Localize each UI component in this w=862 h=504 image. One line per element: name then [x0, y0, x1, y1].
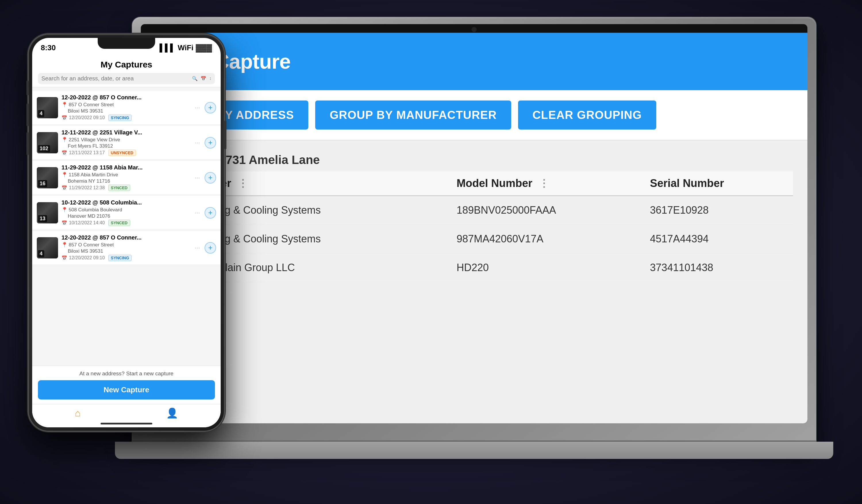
more-options-icon[interactable]: ···	[194, 174, 201, 182]
laptop-base	[115, 442, 833, 459]
capture-title: 11-29-2022 @ 1158 Abia Mar...	[62, 164, 190, 171]
capture-item-3[interactable]: 13 10-12-2022 @ 508 Columbia... 📍508 Col…	[32, 196, 221, 230]
capture-date: 12/20/2022 09:10	[69, 255, 105, 261]
calendar-icon[interactable]: 📅	[200, 76, 206, 81]
location-icon: 📍	[62, 207, 67, 213]
silent-switch[interactable]	[26, 80, 29, 95]
laptop-body: HomeCapture GROUP BY ADDRESS GROUP BY MA…	[132, 17, 816, 442]
calendar-icon: 📅	[62, 115, 67, 121]
phone-search-bar[interactable]: 🔍 📅 ↕	[38, 73, 215, 84]
table-row[interactable]: Bryant Heating & Cooling Systems 987MA42…	[155, 225, 793, 253]
more-options-icon[interactable]: ···	[194, 104, 201, 111]
data-table: Manufacturer ⋮ Model Number ⋮ Serial Num…	[155, 171, 793, 282]
calendar-icon: 📅	[62, 185, 67, 191]
volume-up-button[interactable]	[26, 103, 29, 127]
laptop-device: HomeCapture GROUP BY ADDRESS GROUP BY MA…	[132, 17, 822, 482]
more-options-icon[interactable]: ···	[194, 139, 201, 146]
home-icon: ⌂	[75, 408, 81, 419]
more-options-icon[interactable]: ···	[194, 244, 201, 252]
signal-icon: ▌▌▌	[159, 43, 175, 52]
phone-screen: 8:30 ▌▌▌ WiFi ▓▓▓ My Captures 🔍 📅	[32, 38, 221, 427]
location-icon: 📍	[62, 172, 67, 178]
add-capture-button[interactable]: +	[205, 102, 216, 114]
status-icons: ▌▌▌ WiFi ▓▓▓	[159, 43, 212, 52]
calendar-icon: 📅	[62, 150, 67, 156]
add-capture-button[interactable]: +	[205, 172, 216, 184]
capture-address-line1: 📍508 Columbia Boulevard	[62, 207, 190, 213]
calendar-icon: 📅	[62, 255, 67, 261]
laptop-screen-bezel: HomeCapture GROUP BY ADDRESS GROUP BY MA…	[141, 24, 807, 423]
capture-item-2[interactable]: 16 11-29-2022 @ 1158 Abia Mar... 📍1158 A…	[32, 161, 221, 195]
capture-address-line1: 📍857 O Conner Street	[62, 242, 190, 248]
capture-address-line1: 📍1158 Abia Martin Drive	[62, 172, 190, 178]
sync-badge: SYNCED	[108, 185, 130, 191]
location-icon: 📍	[62, 137, 67, 143]
more-options-icon[interactable]: ···	[194, 209, 201, 216]
capture-count: 4	[38, 110, 44, 117]
table-row[interactable]: The Chamberlain Group LLC HD220 37341101…	[155, 253, 793, 282]
power-button[interactable]	[224, 121, 226, 149]
capture-info: 11-29-2022 @ 1158 Abia Mar... 📍1158 Abia…	[62, 164, 190, 191]
search-icon[interactable]: 🔍	[192, 76, 198, 81]
capture-address-line1: 📍2251 Village View Drive	[62, 137, 190, 143]
tab-home[interactable]: ⌂	[75, 408, 81, 419]
capture-date: 12/20/2022 09:10	[69, 115, 105, 120]
sort-icon[interactable]: ↕	[209, 76, 211, 81]
capture-count: 102	[38, 145, 50, 152]
phone-app-title: My Captures	[38, 60, 215, 69]
new-address-prompt: At a new address? Start a new capture	[38, 370, 215, 377]
capture-address-line2: Bohemia NY 11716	[62, 178, 190, 184]
capture-date: 11/29/2022 12:38	[69, 185, 105, 190]
laptop-camera	[471, 27, 477, 32]
battery-icon: ▓▓▓	[196, 43, 212, 52]
capture-title: 12-20-2022 @ 857 O Conner...	[62, 234, 190, 241]
phone-device: 8:30 ▌▌▌ WiFi ▓▓▓ My Captures 🔍 📅	[29, 35, 224, 431]
group-by-manufacturer-button[interactable]: GROUP BY MANUFACTURER	[315, 101, 511, 130]
cell-serial-number: 37341101438	[643, 253, 793, 282]
laptop-app: HomeCapture GROUP BY ADDRESS GROUP BY MA…	[141, 33, 807, 423]
new-capture-button[interactable]: New Capture	[38, 380, 215, 399]
capture-item-0[interactable]: 4 12-20-2022 @ 857 O Conner... 📍857 O Co…	[32, 91, 221, 125]
capture-thumbnail: 4	[37, 97, 58, 118]
home-indicator	[101, 423, 152, 424]
capture-date: 10/12/2022 14:40	[69, 220, 105, 225]
capture-date-row: 📅 12/20/2022 09:10 SYNCING	[62, 255, 190, 261]
search-input[interactable]	[41, 75, 190, 82]
clear-grouping-button[interactable]: CLEAR GROUPING	[518, 101, 656, 130]
capture-address-line2: Fort Myers FL 33912	[62, 143, 190, 149]
capture-item-1[interactable]: 102 12-11-2022 @ 2251 Village V... 📍2251…	[32, 126, 221, 160]
cell-model-number: 189BNV025000FAAA	[450, 196, 643, 225]
cell-serial-number: 3617E10928	[643, 196, 793, 225]
add-capture-button[interactable]: +	[205, 207, 216, 218]
search-action-icons: 🔍 📅 ↕	[192, 76, 211, 81]
table-row[interactable]: Bryant Heating & Cooling Systems 189BNV0…	[155, 196, 793, 225]
cell-serial-number: 4517A44394	[643, 225, 793, 253]
phone-app: My Captures 🔍 📅 ↕ 4	[32, 55, 221, 427]
sync-badge: UNSYNCED	[108, 150, 136, 156]
laptop-toolbar: GROUP BY ADDRESS GROUP BY MANUFACTURER C…	[141, 90, 807, 141]
capture-info: 12-20-2022 @ 857 O Conner... 📍857 O Conn…	[62, 234, 190, 261]
capture-title: 10-12-2022 @ 508 Columbia...	[62, 199, 190, 206]
model-col-menu[interactable]: ⋮	[535, 177, 552, 189]
capture-count: 4	[38, 250, 44, 257]
cell-model-number: 987MA42060V17A	[450, 225, 643, 253]
capture-date-row: 📅 11/29/2022 12:38 SYNCED	[62, 185, 190, 191]
capture-info: 10-12-2022 @ 508 Columbia... 📍508 Columb…	[62, 199, 190, 226]
capture-thumbnail: 4	[37, 237, 58, 258]
laptop-app-header: HomeCapture	[141, 33, 807, 90]
capture-address-line1: 📍857 O Conner Street	[62, 102, 190, 108]
capture-item-4[interactable]: 4 12-20-2022 @ 857 O Conner... 📍857 O Co…	[32, 231, 221, 265]
cell-model-number: HD220	[450, 253, 643, 282]
profile-icon: 👤	[166, 407, 178, 419]
laptop-table-section: ▼ Address: 731 Amelia Lane Manufacturer …	[141, 141, 807, 288]
tab-profile[interactable]: 👤	[166, 407, 178, 419]
capture-address-line2: Biloxi MS 39531	[62, 249, 190, 254]
add-capture-button[interactable]: +	[205, 242, 216, 254]
manufacturer-col-menu[interactable]: ⋮	[234, 177, 251, 189]
capture-date: 12/11/2022 13:17	[69, 150, 105, 155]
volume-down-button[interactable]	[26, 132, 29, 155]
capture-address-line2: Hanover MD 21076	[62, 213, 190, 219]
add-capture-button[interactable]: +	[205, 137, 216, 148]
location-icon: 📍	[62, 242, 67, 248]
col-header-model: Model Number ⋮	[450, 171, 643, 196]
